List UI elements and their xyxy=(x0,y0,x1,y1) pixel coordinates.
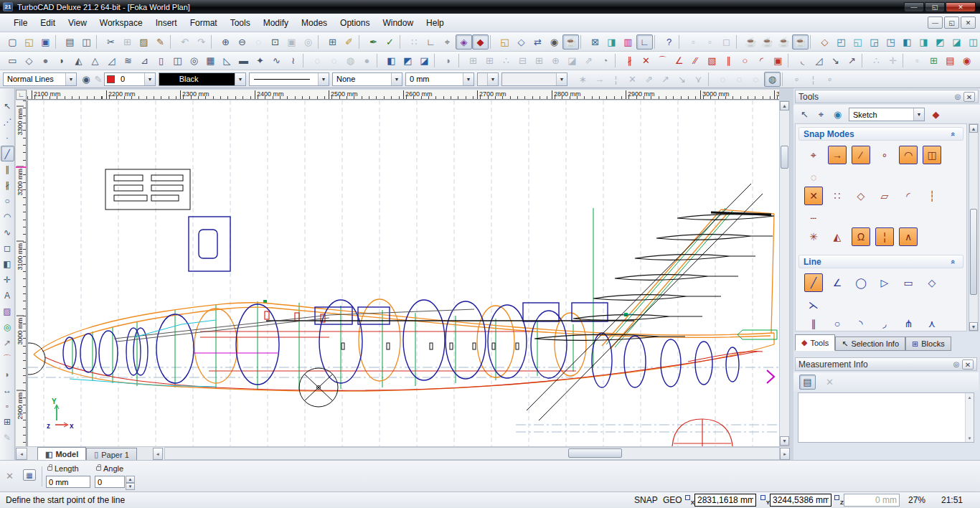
snap-nearest-icon[interactable]: ∕ xyxy=(852,146,870,164)
tube-3d-icon[interactable]: ◫ xyxy=(169,53,186,68)
scroll-right-icon[interactable]: ▸ xyxy=(780,448,790,460)
measure-list-icon[interactable]: ▤ xyxy=(799,375,816,390)
select-tool-icon[interactable]: ↖ xyxy=(1,98,14,114)
tab-blocks[interactable]: ⊞ Blocks xyxy=(905,337,951,351)
snap-extents-icon[interactable]: ◌ xyxy=(804,168,823,187)
text-tool-icon[interactable]: A xyxy=(1,288,14,304)
section-header-line[interactable]: Line « xyxy=(798,255,963,268)
box-tool-icon[interactable]: ◻ xyxy=(1,240,14,256)
snap-vertical-icon[interactable]: ┆ xyxy=(923,187,941,205)
snap-midpoint-icon[interactable]: ∘ xyxy=(875,146,894,164)
fit-array-icon[interactable]: ∴ xyxy=(498,53,514,68)
extend-icon[interactable]: ↘ xyxy=(827,53,844,68)
pen-width-select[interactable]: 0 mm ▼ xyxy=(405,72,474,86)
scroll-down-icon[interactable]: ▼ xyxy=(780,436,789,446)
arc-tool-icon[interactable]: ◠ xyxy=(1,209,14,225)
snap-indicator[interactable]: SNAP xyxy=(634,495,658,505)
revolve-icon[interactable]: ◔ xyxy=(597,53,613,68)
palette-scroll-thumb[interactable] xyxy=(970,209,977,295)
menu-options[interactable]: Options xyxy=(334,16,376,30)
length-input[interactable] xyxy=(46,476,90,488)
document-close-button[interactable]: ✕ xyxy=(961,17,976,29)
crop-by-rect-icon[interactable]: ▧ xyxy=(704,53,720,68)
point-mid-icon[interactable]: ¦ xyxy=(805,72,821,87)
rectangular-array-icon[interactable]: ⊞ xyxy=(481,53,498,68)
cancel-icon[interactable]: ✕ xyxy=(6,471,14,481)
rotate-view-icon[interactable]: ◇ xyxy=(816,34,833,50)
select-mode-icon[interactable]: ⌖ xyxy=(439,34,456,50)
render-full-icon[interactable]: ☕ xyxy=(743,34,759,50)
chevron-down-icon[interactable]: ▼ xyxy=(487,73,498,85)
document-restore-button[interactable]: ◱ xyxy=(944,17,959,29)
no-snap-icon[interactable]: ⌖ xyxy=(804,146,823,164)
pin-icon[interactable]: ◎ xyxy=(951,359,962,370)
orbit-icon[interactable]: ◇ xyxy=(513,34,529,50)
wedge-3d-icon[interactable]: ◿ xyxy=(103,53,120,68)
brush-style-icon[interactable]: ✒ xyxy=(365,34,382,50)
geo-indicator[interactable]: GEO xyxy=(663,495,682,505)
chevron-down-icon[interactable]: ▼ xyxy=(65,73,76,85)
chamfer-icon[interactable]: ◿ xyxy=(811,53,827,68)
double-line-edit-icon[interactable]: ∥ xyxy=(720,53,737,68)
snap-aperture-icon[interactable]: ¦ xyxy=(875,227,894,246)
menu-edit[interactable]: Edit xyxy=(34,16,62,30)
cone-3d-icon[interactable]: ◭ xyxy=(70,53,87,68)
pen-color-select[interactable]: Black ▼ xyxy=(159,72,246,86)
polyline-3d-icon[interactable]: ✦ xyxy=(252,53,268,68)
layer-select[interactable]: 0 ▼ xyxy=(104,72,156,86)
line-single-icon[interactable]: ╱ xyxy=(804,273,823,292)
print-area-icon[interactable]: ▤ xyxy=(942,53,958,68)
scroll-down-icon[interactable]: ▼ xyxy=(969,322,978,331)
move-tool-icon[interactable]: ✛ xyxy=(1,272,14,288)
menu-view[interactable]: View xyxy=(62,16,93,30)
walk-through-icon[interactable]: ⇄ xyxy=(529,34,546,50)
visibility-eye-icon[interactable]: ◉ xyxy=(80,72,93,87)
extra-select-wide[interactable]: ▼ xyxy=(501,72,567,86)
format-painter-icon[interactable]: ✎ xyxy=(152,34,169,50)
chevron-down-icon[interactable]: ▼ xyxy=(391,73,402,85)
measurement-output-box[interactable]: ▲ ▼ xyxy=(798,392,974,443)
pen-pattern-select[interactable]: ▼ xyxy=(249,72,329,86)
line-tangent-to-arc-icon[interactable]: ○ xyxy=(828,314,847,331)
aerial-view-icon[interactable]: ◎ xyxy=(300,34,316,50)
solid-tool-icon[interactable]: ◧ xyxy=(1,256,14,272)
camera-icon[interactable]: ◉ xyxy=(546,34,562,50)
snap-step-icon[interactable]: → xyxy=(591,72,608,87)
boolean-union-icon[interactable]: ◧ xyxy=(383,53,400,68)
zoom-extents-tool-icon[interactable]: ◎ xyxy=(1,319,14,335)
magnetic-point-icon[interactable]: Ω xyxy=(852,227,870,246)
view-left-icon[interactable]: ◲ xyxy=(866,34,882,50)
zoom-previous-icon[interactable]: ◌ xyxy=(250,34,267,50)
view-right-icon[interactable]: ◳ xyxy=(882,34,899,50)
radial-copy-icon[interactable]: ⊕ xyxy=(547,53,564,68)
spline-3d-icon[interactable]: ∿ xyxy=(268,53,285,68)
line-tool-icon[interactable]: ╱ xyxy=(1,146,14,161)
print-icon[interactable]: ▤ xyxy=(62,34,78,50)
angle-lock-icon[interactable] xyxy=(96,466,101,471)
snap-intersection-icon[interactable]: ✕ xyxy=(804,187,823,205)
redo-icon[interactable]: ↷ xyxy=(193,34,209,50)
pin-icon[interactable]: ◎ xyxy=(952,92,963,102)
select-2d-tool-icon[interactable]: ▫ xyxy=(1,398,14,414)
close-palette-icon[interactable]: ✕ xyxy=(962,359,974,370)
palette-scrollbar[interactable]: ▲ ▼ xyxy=(969,123,979,331)
box-3d-icon[interactable]: ▭ xyxy=(4,53,21,68)
line-perp-to-arc-icon[interactable]: ⋔ xyxy=(899,314,918,331)
vector-copy-icon[interactable]: ◪ xyxy=(564,53,580,68)
canvas-vertical-scrollbar[interactable]: ▲ ▼ xyxy=(779,100,790,446)
tab-selection-info[interactable]: ↖ Selection Info xyxy=(835,337,905,351)
flange-icon[interactable]: ◉ xyxy=(958,53,975,68)
guide-circle1-icon[interactable]: ◌ xyxy=(715,72,731,87)
tab-model[interactable]: ◧ Model xyxy=(37,447,86,461)
arc-edit-tool-icon[interactable]: ⌒ xyxy=(1,351,14,367)
chevron-down-icon[interactable]: ▼ xyxy=(556,73,567,85)
section-header-snap-modes[interactable]: Snap Modes « xyxy=(798,127,963,141)
sphere-surface-icon[interactable]: ◌ xyxy=(309,53,326,68)
menu-window[interactable]: Window xyxy=(376,16,420,30)
render-scene-icon[interactable]: ☕ xyxy=(562,34,579,50)
multiline-tool-icon[interactable]: ∦ xyxy=(1,177,14,193)
snap-arrow-icon[interactable]: ↘ xyxy=(674,72,690,87)
ruler-origin-button[interactable]: ∟ xyxy=(16,90,27,100)
zoom-out-icon[interactable]: ⊖ xyxy=(234,34,250,50)
snap-tangent-icon[interactable]: ◜ xyxy=(899,187,918,205)
